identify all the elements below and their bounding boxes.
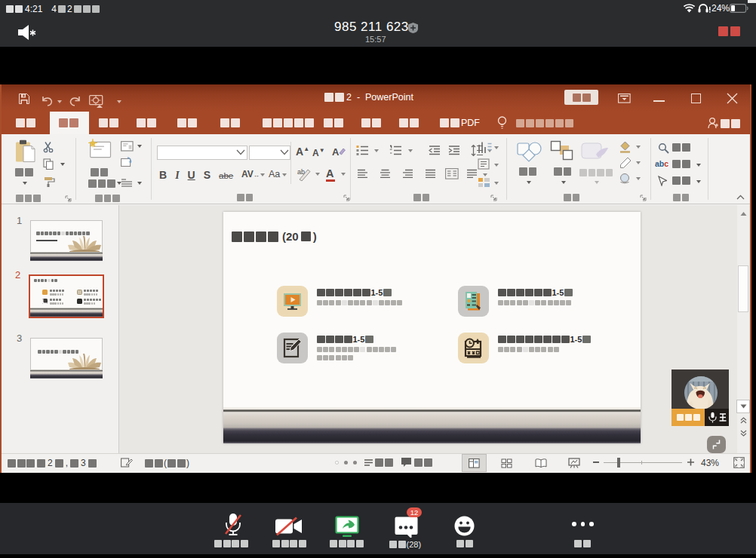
svg-text:A: A <box>332 146 340 158</box>
